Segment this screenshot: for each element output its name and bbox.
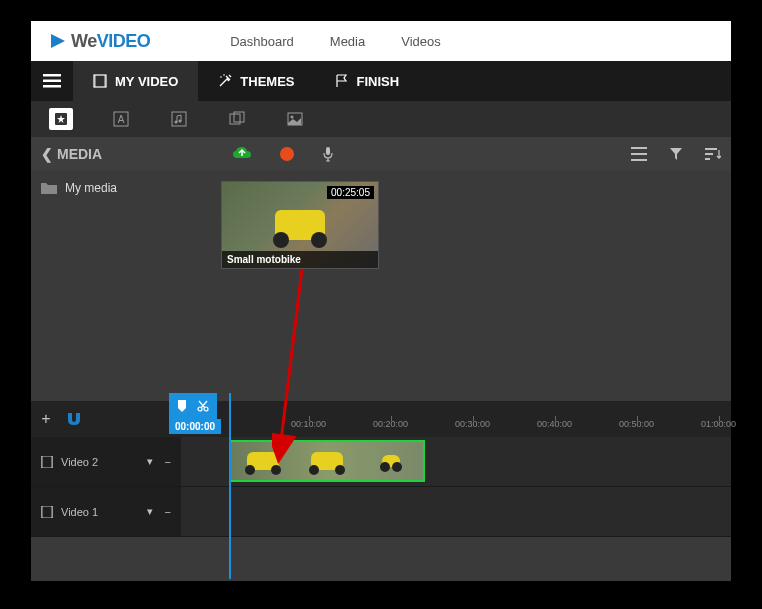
svg-rect-23 (705, 153, 713, 155)
filter-icon[interactable] (669, 147, 683, 161)
logo-video: VIDEO (97, 31, 151, 52)
media-content: 00:25:05 Small motobike (211, 171, 731, 401)
logo[interactable]: WeVIDEO (49, 31, 150, 52)
svg-rect-28 (41, 456, 43, 468)
svg-rect-21 (631, 159, 647, 161)
chevron-down-icon[interactable]: ▾ (147, 455, 153, 468)
thumbnail-duration: 00:25:05 (327, 186, 374, 199)
svg-rect-24 (705, 158, 710, 160)
track-body-video1[interactable] (181, 487, 731, 536)
playhead-time: 00:00:00 (169, 419, 221, 434)
media-sidebar: My media (31, 171, 211, 401)
track-head-video2[interactable]: Video 2 ▾ − (31, 437, 181, 486)
folder-icon (41, 182, 57, 195)
cloud-upload-icon[interactable] (232, 146, 252, 162)
tab-myvideo[interactable]: MY VIDEO (73, 61, 198, 101)
svg-rect-2 (43, 85, 61, 88)
nav-dashboard[interactable]: Dashboard (230, 34, 294, 49)
ruler-tick: 00:50:00 (619, 419, 654, 429)
play-icon (49, 32, 67, 50)
subtab-image[interactable] (285, 109, 305, 129)
clip-frame (231, 442, 295, 480)
record-icon[interactable] (280, 147, 294, 161)
track-video1: Video 1 ▾ − (31, 487, 731, 537)
ruler-tick: 01:00:00 (701, 419, 736, 429)
film-icon (93, 74, 107, 88)
subtab-star[interactable] (49, 108, 73, 130)
folder-label: My media (65, 181, 117, 195)
subtab-music[interactable] (169, 109, 189, 129)
svg-text:A: A (118, 114, 125, 125)
svg-rect-29 (51, 456, 53, 468)
tab-themes-label: THEMES (240, 74, 294, 89)
media-bar: ❮ MEDIA (31, 137, 731, 171)
folder-mymedia[interactable]: My media (41, 181, 201, 195)
snap-magnet-icon[interactable] (65, 411, 83, 427)
hamburger-menu-button[interactable] (31, 61, 73, 101)
sort-icon[interactable] (705, 147, 721, 161)
track-label: Video 1 (61, 506, 98, 518)
track-video2: Video 2 ▾ − (31, 437, 731, 487)
film-icon (41, 456, 53, 468)
timeline-clip[interactable] (229, 440, 425, 482)
ruler-tick: 00:20:00 (373, 419, 408, 429)
thumbnail-title: Small motobike (222, 251, 378, 268)
svg-point-17 (291, 116, 294, 119)
tab-finish-label: FINISH (357, 74, 400, 89)
svg-rect-32 (51, 506, 53, 518)
wand-icon (218, 74, 232, 88)
tab-bar: MY VIDEO THEMES FINISH (31, 61, 731, 101)
svg-rect-1 (43, 80, 61, 83)
mic-icon[interactable] (322, 146, 334, 162)
subtab-transitions[interactable] (227, 109, 247, 129)
clip-frame (295, 442, 359, 480)
media-back-label: MEDIA (57, 146, 102, 162)
svg-point-13 (179, 120, 182, 123)
cut-icon[interactable] (197, 400, 209, 412)
minus-icon[interactable]: − (165, 506, 171, 518)
nav-videos[interactable]: Videos (401, 34, 441, 49)
media-panel: My media 00:25:05 Small motobike (31, 171, 731, 401)
track-label: Video 2 (61, 456, 98, 468)
track-body-video2[interactable] (181, 437, 731, 486)
ruler-tick: 00:40:00 (537, 419, 572, 429)
svg-point-6 (221, 76, 223, 78)
minus-icon[interactable]: − (165, 456, 171, 468)
list-view-icon[interactable] (631, 147, 647, 161)
playhead-line[interactable] (229, 393, 231, 579)
logo-we: We (71, 31, 97, 52)
header-nav: Dashboard Media Videos (230, 34, 441, 49)
clip-frame (359, 442, 423, 480)
timeline-ruler[interactable]: 00:10:00 00:20:00 00:30:00 00:40:00 00:5… (229, 419, 731, 435)
svg-rect-18 (326, 147, 330, 155)
svg-point-12 (175, 121, 178, 124)
tab-themes[interactable]: THEMES (198, 61, 314, 101)
svg-rect-4 (94, 75, 96, 87)
subtabs: A (31, 101, 731, 137)
tab-myvideo-label: MY VIDEO (115, 74, 178, 89)
ruler-tick: 00:10:00 (291, 419, 326, 429)
svg-rect-0 (43, 74, 61, 77)
chevron-down-icon[interactable]: ▾ (147, 505, 153, 518)
subtab-text[interactable]: A (111, 109, 131, 129)
svg-rect-19 (631, 147, 647, 149)
header: WeVIDEO Dashboard Media Videos (31, 21, 731, 61)
svg-rect-5 (104, 75, 106, 87)
ruler-tick: 00:30:00 (455, 419, 490, 429)
chevron-left-icon: ❮ (41, 146, 53, 162)
timeline-header: + 00:00:00 00:10:00 00:20:00 00:30:00 00… (31, 401, 731, 437)
media-thumbnail[interactable]: 00:25:05 Small motobike (221, 181, 379, 269)
playhead-toolbox[interactable] (169, 393, 217, 419)
svg-rect-31 (41, 506, 43, 518)
flag-icon (335, 74, 349, 88)
film-icon (41, 506, 53, 518)
svg-rect-20 (631, 153, 647, 155)
add-track-button[interactable]: + (31, 410, 61, 428)
nav-media[interactable]: Media (330, 34, 365, 49)
marker-icon[interactable] (177, 400, 187, 412)
media-back-button[interactable]: ❮ MEDIA (41, 146, 102, 162)
tab-finish[interactable]: FINISH (315, 61, 420, 101)
svg-rect-11 (172, 112, 186, 126)
track-head-video1[interactable]: Video 1 ▾ − (31, 487, 181, 536)
svg-rect-22 (705, 148, 717, 150)
